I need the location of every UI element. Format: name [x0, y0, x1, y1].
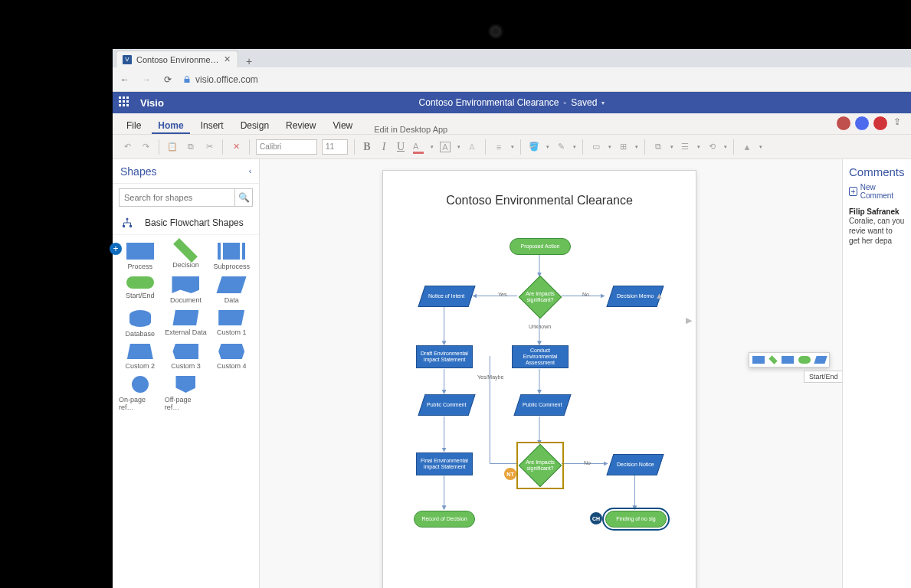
bold-button[interactable]: B	[361, 141, 373, 153]
node-decision-impacts-1[interactable]: Are Impacts significant?	[519, 276, 561, 318]
shape-custom-4[interactable]: Custom 4	[210, 344, 253, 370]
tab-review[interactable]: Review	[280, 120, 322, 134]
label-unknown: Unknown	[529, 324, 551, 329]
avatar[interactable]	[873, 116, 888, 131]
position-icon[interactable]: ⊞	[616, 140, 630, 154]
tab-design[interactable]: Design	[234, 120, 275, 134]
new-comment-button[interactable]: + New Comment	[849, 183, 905, 200]
align-icon[interactable]: ≡	[492, 140, 506, 154]
shapes-search: 🔍	[113, 184, 259, 211]
shape-decision[interactable]: Decision	[165, 243, 208, 270]
shape-database[interactable]: Database	[119, 310, 162, 338]
forward-icon[interactable]: →	[140, 74, 152, 86]
font-color-icon[interactable]: A	[411, 140, 425, 154]
new-tab-button[interactable]: +	[241, 55, 257, 67]
canvas[interactable]: Contoso Environmental Clearance	[260, 159, 842, 588]
shapes-panel: Shapes ‹ 🔍 Basic Flowchart Shapes + Proc…	[113, 159, 260, 588]
address-bar[interactable]: visio.office.com	[183, 74, 258, 85]
tab-insert[interactable]: Insert	[195, 120, 230, 134]
group-icon[interactable]: ⧉	[651, 140, 665, 154]
italic-button[interactable]: I	[378, 141, 390, 153]
node-conduct-assessment[interactable]: Conduct Environmental Assessment	[512, 345, 569, 368]
presence-coin-ch[interactable]: CH	[590, 512, 602, 524]
shape-start-end[interactable]: Start/End	[119, 276, 162, 304]
visio-favicon: V	[123, 55, 132, 64]
avatar[interactable]	[854, 116, 870, 131]
refresh-icon[interactable]: ⟳	[162, 74, 174, 86]
tab-home[interactable]: Home	[152, 120, 189, 134]
cut-icon[interactable]: ✂	[202, 140, 216, 154]
shape-external-data[interactable]: External Data	[165, 310, 208, 338]
line-icon[interactable]: ✎	[554, 140, 568, 154]
arrange-icon[interactable]: ▭	[589, 140, 603, 154]
shape-subprocess[interactable]: Subprocess	[210, 243, 253, 270]
camera-dot	[490, 26, 501, 37]
node-draft-eis[interactable]: Draft Environmental Impact Statement	[416, 345, 473, 368]
comment-text: Coralie, can you revie want to get her d…	[849, 216, 905, 246]
shape-off-page-ref-[interactable]: Off-page ref…	[165, 376, 208, 411]
pointer-icon[interactable]: ▲	[740, 140, 754, 154]
clear-format-icon[interactable]: A	[465, 140, 479, 154]
edit-in-desktop-link[interactable]: Edit in Desktop App	[374, 125, 447, 134]
highlight-icon[interactable]: A	[438, 140, 452, 154]
node-decision-notice[interactable]: Decision Notice	[606, 454, 664, 475]
node-notice-of-intent[interactable]: Notice of Intent	[418, 286, 475, 307]
paste-icon[interactable]: 📋	[165, 140, 179, 154]
shape-data[interactable]: Data	[210, 276, 253, 304]
tab-file[interactable]: File	[120, 120, 147, 134]
close-tab-icon[interactable]: ✕	[224, 54, 231, 64]
shape-grid: ProcessDecisionSubprocessStart/EndDocume…	[113, 235, 259, 419]
rotate-icon[interactable]: ⟲	[705, 140, 719, 154]
font-size-select[interactable]: 11	[322, 139, 348, 155]
layers-icon[interactable]: ☰	[678, 140, 692, 154]
avatar[interactable]	[836, 116, 851, 131]
browser-tab[interactable]: V Contoso Environmental Clearan… ✕	[116, 51, 238, 67]
shape-custom-2[interactable]: Custom 2	[119, 344, 162, 370]
undo-icon[interactable]: ↶	[120, 140, 134, 154]
mini-data[interactable]	[814, 356, 827, 364]
shapes-header: Shapes ‹	[113, 159, 259, 184]
delete-icon[interactable]: ✕	[229, 140, 243, 154]
autoconnect-arrow-up[interactable]: ▲	[655, 291, 663, 299]
node-final-eis[interactable]: Final Environmental Impact Statement	[416, 452, 473, 475]
fill-icon[interactable]: 🪣	[527, 140, 541, 154]
underline-button[interactable]: U	[395, 141, 407, 153]
search-shapes-input[interactable]	[119, 188, 234, 207]
node-decision-impacts-2[interactable]: Are Impacts significant?	[519, 445, 561, 486]
app-launcher-icon[interactable]	[119, 96, 131, 109]
node-public-comment-2[interactable]: Public Comment	[513, 394, 571, 416]
chevron-down-icon: ▾	[601, 100, 605, 106]
presence-coin-nt[interactable]: NT	[504, 468, 516, 480]
ribbon-toolbar: ↶ ↷ 📋 ⧉ ✂ ✕ Calibri 11 B I U A▾ A▾ A ≡▾ …	[113, 135, 911, 159]
autoconnect-arrow-right[interactable]: ▶	[686, 315, 693, 323]
shape-process[interactable]: Process	[119, 243, 162, 270]
node-record-of-decision[interactable]: Record of Decision	[414, 511, 475, 528]
back-icon[interactable]: ←	[119, 74, 131, 86]
search-icon[interactable]: 🔍	[234, 188, 253, 207]
node-finding-no-sig[interactable]: Finding of no sig	[605, 511, 667, 528]
mini-startend[interactable]	[798, 356, 811, 364]
tab-view[interactable]: View	[326, 120, 359, 134]
shape-custom-3[interactable]: Custom 3	[165, 344, 208, 370]
shape-on-page-ref-[interactable]: On-page ref…	[119, 376, 162, 411]
redo-icon[interactable]: ↷	[139, 140, 152, 154]
shape-stencil-row[interactable]: Basic Flowchart Shapes	[113, 211, 259, 235]
node-public-comment-1[interactable]: Public Comment	[418, 394, 475, 416]
share-icon[interactable]: ⇪	[891, 116, 903, 128]
font-family-select[interactable]: Calibri	[256, 139, 317, 155]
shape-custom-1[interactable]: Custom 1	[210, 310, 253, 338]
drawing-page[interactable]: Contoso Environmental Clearance	[382, 170, 696, 588]
quick-shapes-popup[interactable]	[749, 352, 830, 368]
collapse-shapes-icon[interactable]: ‹	[249, 167, 251, 175]
node-proposed-action[interactable]: Proposed Action	[510, 238, 571, 255]
ribbon-tabs: File Home Insert Design Review View Edit…	[113, 113, 911, 135]
mini-subprocess[interactable]	[782, 356, 794, 364]
mini-process[interactable]	[752, 356, 765, 364]
shape-document[interactable]: Document	[165, 276, 208, 304]
label-yes-maybe: Yes/Maybe	[477, 374, 503, 380]
mini-decision[interactable]	[768, 355, 777, 364]
comment-author: Filip Safranek	[849, 207, 905, 216]
document-title[interactable]: Contoso Environmental Clearance - Saved …	[419, 97, 605, 108]
label-no: No	[582, 292, 589, 297]
copy-icon[interactable]: ⧉	[184, 140, 198, 154]
